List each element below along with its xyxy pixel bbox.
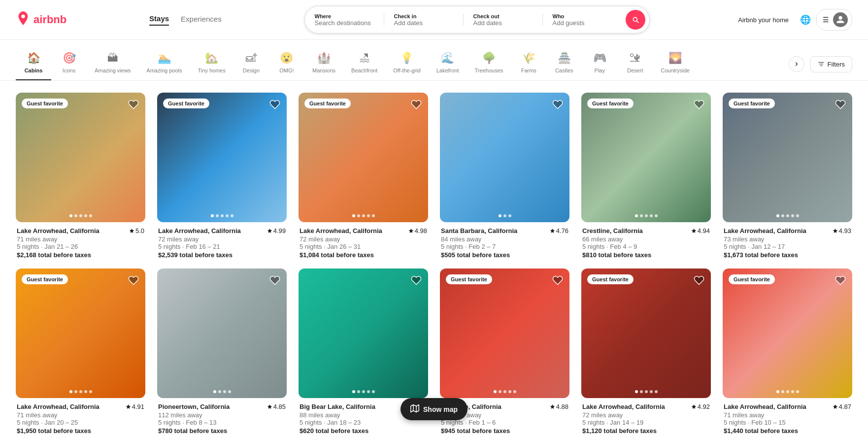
listing-rating: 4.94 — [691, 227, 710, 235]
category-label-amazing-pools: Amazing pools — [146, 67, 182, 73]
listing-rating: 4.92 — [691, 403, 710, 410]
guest-favorite-badge: Guest favorite — [729, 99, 775, 108]
listing-info: Lake Arrowhead, California 5.0 71 miles … — [16, 227, 145, 259]
category-item-desert[interactable]: 🏜 Desert — [617, 48, 653, 80]
dot-indicator — [74, 390, 77, 393]
search-where[interactable]: Where Search destinations — [305, 8, 384, 32]
category-item-amazing-views[interactable]: 🏔 Amazing views — [87, 48, 138, 80]
category-next-arrow[interactable] — [789, 56, 804, 72]
listing-card[interactable]: Guest favorite Lake Arrowhead, Californi… — [723, 93, 852, 259]
category-label-off-grid: Off-the-grid — [393, 67, 420, 73]
dot-indicator — [796, 214, 799, 217]
listing-dates: 5 nights · Jan 20 – 25 — [17, 419, 144, 426]
wishlist-button[interactable] — [551, 98, 565, 111]
category-item-mansions[interactable]: 🏰 Mansions — [304, 48, 343, 80]
globe-button[interactable]: 🌐 — [797, 11, 814, 29]
listing-location: Lake Arrowhead, California — [17, 227, 129, 235]
globe-icon: 🌐 — [800, 14, 811, 25]
dot-indicator — [499, 214, 501, 217]
listing-image: Guest favorite — [581, 93, 711, 222]
listing-location: Lake Arrowhead, California — [724, 403, 833, 410]
search-button[interactable] — [626, 10, 645, 30]
search-who[interactable]: Who Add guests — [543, 8, 622, 32]
category-item-countryside[interactable]: 🌄 Countryside — [653, 48, 698, 80]
category-item-off-grid[interactable]: 💡 Off-the-grid — [385, 48, 428, 80]
filters-button[interactable]: Filters — [810, 56, 852, 72]
listing-dates: 5 nights · Feb 4 – 9 — [582, 243, 710, 250]
show-map-button[interactable]: Show map — [401, 398, 467, 420]
category-label-cabins: Cabins — [25, 67, 43, 73]
show-map-label: Show map — [423, 405, 458, 413]
listing-dates: 5 nights · Jan 14 – 19 — [582, 419, 710, 426]
listing-info: Lake Arrowhead, California 4.93 73 miles… — [723, 227, 852, 259]
wishlist-button[interactable] — [268, 273, 282, 287]
category-item-farms[interactable]: 🌾 Farms — [511, 48, 546, 80]
listing-title-row: Lake Arrowhead, California 4.93 — [724, 227, 851, 235]
category-icon-lakefront: 🌊 — [441, 52, 454, 65]
listing-distance: 112 miles away — [158, 411, 286, 419]
nav-experiences[interactable]: Experiences — [181, 15, 222, 25]
listing-card[interactable]: Guest favorite Lake Arrowhead, Californi… — [581, 268, 711, 435]
listing-rating: 4.88 — [550, 403, 568, 410]
listing-card[interactable]: Guest favorite Lake Arrowhead, Californi… — [16, 93, 145, 259]
wishlist-button[interactable] — [692, 98, 706, 111]
svg-marker-5 — [409, 229, 413, 233]
category-item-treehouses[interactable]: 🌳 Treehouses — [467, 48, 511, 80]
dot-indicator — [635, 390, 638, 393]
dot-indicator — [640, 214, 643, 217]
category-item-beachfront[interactable]: 🏖 Beachfront — [343, 48, 385, 80]
listing-card[interactable]: Guest favorite Lake Arrowhead, Californi… — [16, 268, 145, 435]
listing-dates: 5 nights · Feb 1 – 6 — [441, 419, 568, 426]
category-item-design[interactable]: 🛋 Design — [234, 48, 269, 80]
listing-rating: 4.87 — [833, 403, 851, 410]
category-item-icons[interactable]: 🎯 Icons — [51, 48, 87, 80]
listing-card[interactable]: Guest favorite Lake Arrowhead, Californi… — [157, 93, 287, 259]
category-item-cabins[interactable]: 🏠 Cabins — [16, 48, 51, 80]
listing-card[interactable]: Guest favorite Lake Arrowhead, Californi… — [723, 268, 852, 435]
listing-card[interactable]: Guest favorite Crestline, California 4.9… — [581, 93, 711, 259]
dot-indicator — [367, 214, 370, 217]
search-checkout[interactable]: Check out Add dates — [464, 8, 542, 32]
listing-image — [299, 268, 428, 398]
wishlist-button[interactable] — [834, 98, 847, 111]
user-menu[interactable]: ☰ — [816, 9, 852, 31]
guest-favorite-badge: Guest favorite — [304, 99, 351, 108]
dot-indicator — [228, 390, 231, 393]
category-icon-mansions: 🏰 — [317, 52, 331, 65]
listing-card[interactable]: Pioneertown, California 4.85 112 miles a… — [157, 268, 287, 435]
wishlist-button[interactable] — [127, 98, 140, 111]
category-icon-omg: 😮 — [280, 52, 293, 65]
search-checkin[interactable]: Check in Add dates — [384, 8, 463, 32]
svg-marker-3 — [130, 229, 134, 233]
wishlist-button[interactable] — [551, 273, 565, 287]
logo-text: airbnb — [33, 13, 67, 26]
dot-indicator — [650, 390, 653, 393]
listing-image: Guest favorite — [440, 268, 569, 398]
category-item-tiny-homes[interactable]: 🏡 Tiny homes — [190, 48, 234, 80]
listing-card[interactable]: Guest favorite Lake Arrowhead, Californi… — [299, 93, 428, 259]
logo[interactable]: airbnb — [16, 10, 67, 29]
wishlist-button[interactable] — [268, 98, 282, 111]
wishlist-button[interactable] — [409, 98, 423, 111]
listing-price: $1,950 total before taxes — [17, 427, 144, 435]
category-item-play[interactable]: 🎮 Play — [582, 48, 617, 80]
dot-indicator — [372, 390, 375, 393]
dot-indicator — [69, 390, 72, 393]
checkin-label: Check in — [394, 13, 453, 19]
wishlist-button[interactable] — [692, 273, 706, 287]
airbnb-your-home-link[interactable]: Airbnb your home — [732, 12, 795, 28]
wishlist-button[interactable] — [127, 273, 140, 287]
listing-card[interactable]: Santa Barbara, California 4.76 84 miles … — [440, 93, 569, 259]
wishlist-button[interactable] — [409, 273, 423, 287]
hamburger-icon: ☰ — [823, 16, 829, 24]
listing-location: Crestline, California — [582, 227, 691, 235]
category-icon-amazing-pools: 🏊 — [158, 52, 171, 65]
nav-stays[interactable]: Stays — [149, 14, 169, 26]
listing-distance: 72 miles away — [158, 235, 286, 243]
category-item-amazing-pools[interactable]: 🏊 Amazing pools — [138, 48, 190, 80]
category-item-omg[interactable]: 😮 OMG! — [269, 48, 304, 80]
category-item-castles[interactable]: 🏯 Castles — [546, 48, 582, 80]
wishlist-button[interactable] — [834, 273, 847, 287]
category-item-lakefront[interactable]: 🌊 Lakefront — [429, 48, 467, 80]
category-label-treehouses: Treehouses — [475, 67, 503, 73]
